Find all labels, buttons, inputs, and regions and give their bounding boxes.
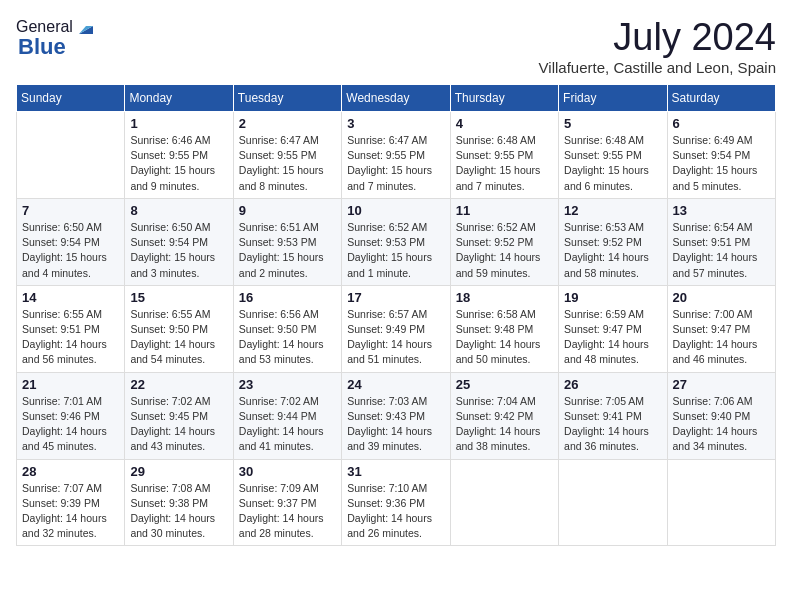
- day-number: 29: [130, 464, 227, 479]
- calendar-cell: 19Sunrise: 6:59 AMSunset: 9:47 PMDayligh…: [559, 285, 667, 372]
- calendar-week-row: 14Sunrise: 6:55 AMSunset: 9:51 PMDayligh…: [17, 285, 776, 372]
- day-info: Sunrise: 6:51 AMSunset: 9:53 PMDaylight:…: [239, 220, 336, 281]
- day-number: 15: [130, 290, 227, 305]
- day-info: Sunrise: 7:01 AMSunset: 9:46 PMDaylight:…: [22, 394, 119, 455]
- calendar-cell: 13Sunrise: 6:54 AMSunset: 9:51 PMDayligh…: [667, 198, 775, 285]
- day-number: 6: [673, 116, 770, 131]
- calendar-cell: [17, 112, 125, 199]
- day-info: Sunrise: 7:09 AMSunset: 9:37 PMDaylight:…: [239, 481, 336, 542]
- day-number: 23: [239, 377, 336, 392]
- page-header: General Blue July 2024 Villafuerte, Cast…: [16, 16, 776, 76]
- day-number: 26: [564, 377, 661, 392]
- calendar-cell: 4Sunrise: 6:48 AMSunset: 9:55 PMDaylight…: [450, 112, 558, 199]
- day-number: 3: [347, 116, 444, 131]
- calendar-cell: 25Sunrise: 7:04 AMSunset: 9:42 PMDayligh…: [450, 372, 558, 459]
- day-info: Sunrise: 6:57 AMSunset: 9:49 PMDaylight:…: [347, 307, 444, 368]
- logo-icon: [75, 16, 97, 38]
- day-number: 17: [347, 290, 444, 305]
- day-info: Sunrise: 6:46 AMSunset: 9:55 PMDaylight:…: [130, 133, 227, 194]
- day-info: Sunrise: 6:55 AMSunset: 9:50 PMDaylight:…: [130, 307, 227, 368]
- day-number: 16: [239, 290, 336, 305]
- logo: General Blue: [16, 16, 97, 60]
- calendar-cell: [450, 459, 558, 546]
- day-info: Sunrise: 6:53 AMSunset: 9:52 PMDaylight:…: [564, 220, 661, 281]
- calendar-cell: 3Sunrise: 6:47 AMSunset: 9:55 PMDaylight…: [342, 112, 450, 199]
- calendar-table: SundayMondayTuesdayWednesdayThursdayFrid…: [16, 84, 776, 546]
- day-number: 18: [456, 290, 553, 305]
- calendar-week-row: 28Sunrise: 7:07 AMSunset: 9:39 PMDayligh…: [17, 459, 776, 546]
- calendar-cell: 18Sunrise: 6:58 AMSunset: 9:48 PMDayligh…: [450, 285, 558, 372]
- calendar-cell: 10Sunrise: 6:52 AMSunset: 9:53 PMDayligh…: [342, 198, 450, 285]
- weekday-header-wednesday: Wednesday: [342, 85, 450, 112]
- day-number: 5: [564, 116, 661, 131]
- calendar-cell: 21Sunrise: 7:01 AMSunset: 9:46 PMDayligh…: [17, 372, 125, 459]
- calendar-cell: 6Sunrise: 6:49 AMSunset: 9:54 PMDaylight…: [667, 112, 775, 199]
- calendar-cell: 22Sunrise: 7:02 AMSunset: 9:45 PMDayligh…: [125, 372, 233, 459]
- weekday-header-monday: Monday: [125, 85, 233, 112]
- calendar-cell: 12Sunrise: 6:53 AMSunset: 9:52 PMDayligh…: [559, 198, 667, 285]
- day-info: Sunrise: 6:52 AMSunset: 9:53 PMDaylight:…: [347, 220, 444, 281]
- day-number: 22: [130, 377, 227, 392]
- calendar-week-row: 21Sunrise: 7:01 AMSunset: 9:46 PMDayligh…: [17, 372, 776, 459]
- calendar-cell: 31Sunrise: 7:10 AMSunset: 9:36 PMDayligh…: [342, 459, 450, 546]
- calendar-cell: 8Sunrise: 6:50 AMSunset: 9:54 PMDaylight…: [125, 198, 233, 285]
- calendar-cell: 7Sunrise: 6:50 AMSunset: 9:54 PMDaylight…: [17, 198, 125, 285]
- day-info: Sunrise: 6:50 AMSunset: 9:54 PMDaylight:…: [22, 220, 119, 281]
- calendar-cell: 5Sunrise: 6:48 AMSunset: 9:55 PMDaylight…: [559, 112, 667, 199]
- day-info: Sunrise: 7:08 AMSunset: 9:38 PMDaylight:…: [130, 481, 227, 542]
- day-info: Sunrise: 7:10 AMSunset: 9:36 PMDaylight:…: [347, 481, 444, 542]
- day-number: 1: [130, 116, 227, 131]
- day-number: 21: [22, 377, 119, 392]
- day-info: Sunrise: 7:04 AMSunset: 9:42 PMDaylight:…: [456, 394, 553, 455]
- calendar-cell: 11Sunrise: 6:52 AMSunset: 9:52 PMDayligh…: [450, 198, 558, 285]
- title-block: July 2024 Villafuerte, Castille and Leon…: [539, 16, 776, 76]
- day-number: 4: [456, 116, 553, 131]
- calendar-header-row: SundayMondayTuesdayWednesdayThursdayFrid…: [17, 85, 776, 112]
- day-info: Sunrise: 6:49 AMSunset: 9:54 PMDaylight:…: [673, 133, 770, 194]
- calendar-cell: 9Sunrise: 6:51 AMSunset: 9:53 PMDaylight…: [233, 198, 341, 285]
- day-number: 7: [22, 203, 119, 218]
- day-number: 20: [673, 290, 770, 305]
- day-number: 19: [564, 290, 661, 305]
- weekday-header-friday: Friday: [559, 85, 667, 112]
- weekday-header-sunday: Sunday: [17, 85, 125, 112]
- calendar-cell: 17Sunrise: 6:57 AMSunset: 9:49 PMDayligh…: [342, 285, 450, 372]
- calendar-week-row: 1Sunrise: 6:46 AMSunset: 9:55 PMDaylight…: [17, 112, 776, 199]
- day-info: Sunrise: 6:50 AMSunset: 9:54 PMDaylight:…: [130, 220, 227, 281]
- day-info: Sunrise: 6:59 AMSunset: 9:47 PMDaylight:…: [564, 307, 661, 368]
- day-info: Sunrise: 6:47 AMSunset: 9:55 PMDaylight:…: [347, 133, 444, 194]
- location-text: Villafuerte, Castille and Leon, Spain: [539, 59, 776, 76]
- day-info: Sunrise: 6:55 AMSunset: 9:51 PMDaylight:…: [22, 307, 119, 368]
- day-info: Sunrise: 7:07 AMSunset: 9:39 PMDaylight:…: [22, 481, 119, 542]
- weekday-header-saturday: Saturday: [667, 85, 775, 112]
- day-info: Sunrise: 6:52 AMSunset: 9:52 PMDaylight:…: [456, 220, 553, 281]
- day-number: 27: [673, 377, 770, 392]
- day-number: 12: [564, 203, 661, 218]
- day-info: Sunrise: 7:06 AMSunset: 9:40 PMDaylight:…: [673, 394, 770, 455]
- day-number: 28: [22, 464, 119, 479]
- weekday-header-thursday: Thursday: [450, 85, 558, 112]
- day-info: Sunrise: 6:48 AMSunset: 9:55 PMDaylight:…: [456, 133, 553, 194]
- month-title: July 2024: [539, 16, 776, 59]
- day-number: 25: [456, 377, 553, 392]
- day-number: 24: [347, 377, 444, 392]
- day-info: Sunrise: 6:56 AMSunset: 9:50 PMDaylight:…: [239, 307, 336, 368]
- calendar-cell: 30Sunrise: 7:09 AMSunset: 9:37 PMDayligh…: [233, 459, 341, 546]
- logo-blue-text: Blue: [18, 34, 66, 60]
- calendar-cell: 2Sunrise: 6:47 AMSunset: 9:55 PMDaylight…: [233, 112, 341, 199]
- day-info: Sunrise: 6:47 AMSunset: 9:55 PMDaylight:…: [239, 133, 336, 194]
- calendar-cell: 27Sunrise: 7:06 AMSunset: 9:40 PMDayligh…: [667, 372, 775, 459]
- calendar-cell: 20Sunrise: 7:00 AMSunset: 9:47 PMDayligh…: [667, 285, 775, 372]
- calendar-cell: 23Sunrise: 7:02 AMSunset: 9:44 PMDayligh…: [233, 372, 341, 459]
- day-number: 2: [239, 116, 336, 131]
- day-number: 14: [22, 290, 119, 305]
- calendar-cell: 15Sunrise: 6:55 AMSunset: 9:50 PMDayligh…: [125, 285, 233, 372]
- day-number: 10: [347, 203, 444, 218]
- day-info: Sunrise: 6:48 AMSunset: 9:55 PMDaylight:…: [564, 133, 661, 194]
- calendar-cell: 16Sunrise: 6:56 AMSunset: 9:50 PMDayligh…: [233, 285, 341, 372]
- day-number: 8: [130, 203, 227, 218]
- day-number: 30: [239, 464, 336, 479]
- calendar-week-row: 7Sunrise: 6:50 AMSunset: 9:54 PMDaylight…: [17, 198, 776, 285]
- calendar-cell: 24Sunrise: 7:03 AMSunset: 9:43 PMDayligh…: [342, 372, 450, 459]
- calendar-cell: 26Sunrise: 7:05 AMSunset: 9:41 PMDayligh…: [559, 372, 667, 459]
